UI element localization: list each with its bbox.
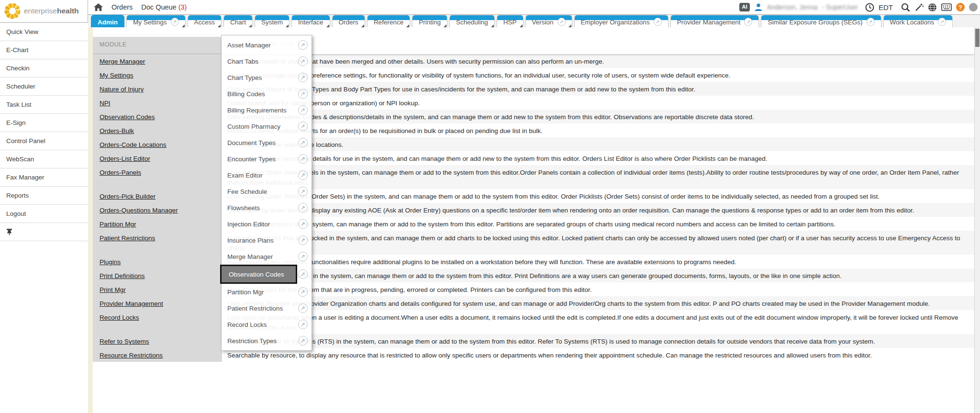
external-link-icon[interactable]: ↗: [298, 287, 308, 297]
external-link-icon[interactable]: ↗: [298, 203, 308, 212]
breadcrumb-doc-queue[interactable]: Doc Queue (3): [141, 3, 187, 11]
tab-printing[interactable]: Printing: [412, 15, 447, 27]
menu-item-exam-editor[interactable]: Exam Editor↗: [222, 167, 312, 183]
external-link-icon[interactable]: ↗: [298, 187, 308, 196]
module-link-orders-pick-builder[interactable]: Orders-Pick Builder: [100, 193, 156, 200]
menu-item-billing-requirements[interactable]: Billing Requirements↗: [222, 102, 312, 118]
module-link-patient-restrictions[interactable]: Patient Restrictions: [100, 234, 155, 242]
scrollbar-thumb[interactable]: [975, 29, 980, 47]
menu-item-custom-pharmacy[interactable]: Custom Pharmacy↗: [222, 118, 312, 134]
external-link-icon[interactable]: ↗: [298, 219, 308, 229]
sidebar-item-reports[interactable]: Reports: [0, 187, 88, 205]
external-link-icon[interactable]: ↗: [298, 73, 308, 82]
menu-item-restriction-types[interactable]: Restriction Types↗: [222, 333, 312, 349]
external-link-icon[interactable]: ↗: [867, 18, 875, 26]
module-link-orders-panels[interactable]: Orders-Panels: [100, 169, 141, 176]
external-link-icon[interactable]: ↗: [744, 18, 752, 26]
module-link-merge-manager[interactable]: Merge Manager: [100, 58, 145, 65]
tab-hsp[interactable]: HSP: [497, 15, 523, 27]
external-link-icon[interactable]: ↗: [298, 269, 308, 279]
menu-item-document-types[interactable]: Document Types↗: [222, 134, 312, 151]
external-link-icon[interactable]: ↗: [298, 170, 308, 180]
sidebar-item-scheduler[interactable]: Scheduler: [0, 78, 88, 96]
vertical-scrollbar[interactable]: [974, 27, 980, 413]
magic-wand-icon[interactable]: [914, 3, 924, 12]
menu-item-insurance-plans[interactable]: Insurance Plans↗: [222, 232, 312, 248]
external-link-icon[interactable]: ↗: [298, 154, 308, 164]
keyboard-icon[interactable]: [941, 3, 952, 11]
menu-item-chart-tabs[interactable]: Chart Tabs↗: [222, 53, 312, 69]
search-icon[interactable]: [901, 3, 910, 12]
sidebar-item-quick-view[interactable]: Quick View: [0, 23, 88, 41]
tab-employer-organizations[interactable]: Employer Organizations↗: [574, 15, 668, 27]
tab-interface[interactable]: Interface: [291, 15, 330, 27]
menu-item-observation-codes[interactable]: Observation Codes↗: [222, 265, 312, 284]
external-link-icon[interactable]: ↗: [298, 336, 308, 346]
external-link-icon[interactable]: ↗: [298, 303, 308, 313]
globe-icon[interactable]: [928, 3, 937, 12]
module-link-print-mgr[interactable]: Print Mgr: [100, 286, 126, 293]
tab-access[interactable]: Access: [188, 15, 222, 27]
module-link-orders-bulk[interactable]: Orders-Bulk: [100, 127, 134, 134]
sidebar-item-webscan[interactable]: WebScan: [0, 150, 88, 168]
module-link-npi[interactable]: NPI: [100, 100, 111, 107]
external-link-icon[interactable]: ↗: [298, 122, 308, 131]
module-link-provider-management[interactable]: Provider Management: [100, 300, 163, 307]
menu-item-injection-editor[interactable]: Injection Editor↗: [222, 216, 312, 232]
ai-badge[interactable]: AI: [739, 3, 750, 11]
menu-item-chart-types[interactable]: Chart Types↗: [222, 69, 312, 86]
external-link-icon[interactable]: ↗: [298, 138, 308, 147]
external-link-icon[interactable]: ↗: [298, 252, 308, 261]
module-link-partition-mgr[interactable]: Partition Mgr: [100, 221, 136, 228]
module-link-print-definitions[interactable]: Print Definitions: [100, 272, 145, 279]
module-link-my-settings[interactable]: My Settings: [100, 72, 134, 79]
module-link-orders-code-locations[interactable]: Orders-Code Locations: [100, 141, 167, 148]
menu-item-billing-codes[interactable]: Billing Codes↗: [222, 86, 312, 102]
sidebar-item-logout[interactable]: Logout: [0, 205, 88, 223]
menu-item-record-locks[interactable]: Record Locks↗: [222, 316, 312, 333]
sidebar-item-checkin[interactable]: Checkin: [0, 59, 88, 78]
menu-item-partition-mgr[interactable]: Partition Mgr↗: [222, 284, 312, 300]
tab-similar-exposure-groups-segs[interactable]: Similar Exposure Groups (SEGs)↗: [761, 15, 881, 27]
tab-chart[interactable]: Chart: [223, 15, 253, 27]
external-link-icon[interactable]: ↗: [654, 18, 662, 26]
module-link-orders-questions-manager[interactable]: Orders-Questions Manager: [100, 207, 178, 214]
sidebar-item-e-chart[interactable]: E-Chart: [0, 41, 88, 59]
menu-item-encounter-types[interactable]: Encounter Types↗: [222, 151, 312, 167]
external-link-icon[interactable]: ↗: [557, 18, 566, 26]
tab-my-settings[interactable]: My Settings↗: [126, 15, 186, 27]
menu-item-flowsheets[interactable]: Flowsheets↗: [222, 200, 312, 216]
sidebar-item-task-list[interactable]: Task List: [0, 96, 88, 114]
menu-item-asset-manager[interactable]: Asset Manager↗: [222, 37, 312, 53]
menu-item-patient-restrictions[interactable]: Patient Restrictions↗: [222, 300, 312, 316]
module-link-resource-restrictions[interactable]: Resource Restrictions: [100, 352, 163, 359]
module-link-record-locks[interactable]: Record Locks: [100, 314, 139, 321]
external-link-icon[interactable]: ↗: [938, 18, 946, 26]
sidebar-item-e-sign[interactable]: E-Sign: [0, 114, 88, 132]
external-link-icon[interactable]: ↗: [298, 235, 308, 245]
tab-version[interactable]: Version↗: [525, 15, 572, 27]
menu-item-merge-manager[interactable]: Merge Manager↗: [222, 248, 312, 265]
external-link-icon[interactable]: ↗: [298, 56, 308, 66]
external-link-icon[interactable]: ↗: [298, 105, 308, 115]
module-link-refer-to-systems[interactable]: Refer to Systems: [100, 338, 149, 345]
external-link-icon[interactable]: ↗: [298, 40, 308, 50]
menu-item-fee-schedule[interactable]: Fee Schedule↗: [222, 183, 312, 200]
module-link-plugins[interactable]: Plugins: [100, 258, 121, 266]
external-link-icon[interactable]: ↗: [298, 89, 308, 99]
sidebar-item-fax-manager[interactable]: Fax Manager: [0, 168, 88, 187]
tab-provider-management[interactable]: Provider Management↗: [670, 15, 759, 27]
pin-icon[interactable]: [6, 228, 12, 235]
breadcrumb-orders[interactable]: Orders: [111, 3, 133, 11]
sidebar-item-control-panel[interactable]: Control Panel: [0, 132, 88, 150]
tab-orders[interactable]: Orders: [332, 15, 365, 27]
tab-admin[interactable]: Admin: [91, 15, 124, 27]
external-link-icon[interactable]: ↗: [171, 18, 179, 26]
user-icon[interactable]: [754, 3, 763, 11]
tab-scheduling[interactable]: Scheduling: [449, 15, 495, 27]
module-link-observation-codes[interactable]: Observation Codes: [100, 113, 155, 121]
help-icon[interactable]: ?: [956, 3, 965, 11]
external-link-icon[interactable]: ↗: [298, 320, 308, 329]
module-link-orders-list-editor[interactable]: Orders-List Editor: [100, 155, 150, 162]
tab-work-locations[interactable]: Work Locations↗: [883, 15, 953, 27]
